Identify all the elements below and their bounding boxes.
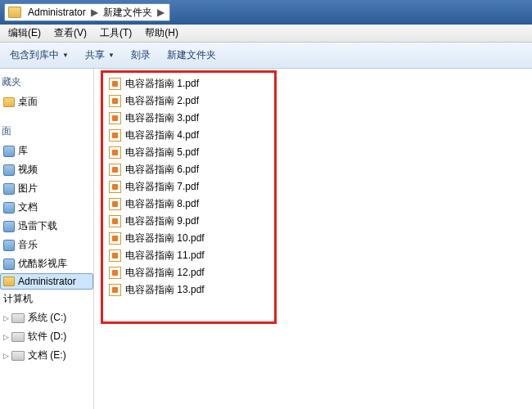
crumb-1[interactable]: 新建文件夹 [100, 6, 156, 20]
pdf-icon [109, 95, 121, 107]
file-item[interactable]: 电容器指南 4.pdf [109, 127, 532, 144]
sidebar-item[interactable]: 音乐 [0, 236, 93, 254]
file-item[interactable]: 电容器指南 9.pdf [109, 213, 532, 230]
file-name: 电容器指南 1.pdf [125, 77, 199, 91]
file-item[interactable]: 电容器指南 12.pdf [109, 264, 532, 281]
file-name: 电容器指南 7.pdf [125, 180, 199, 194]
content-area: 藏夹 桌面 面 库视频图片文档迅雷下载音乐优酷影视库 Administrator… [0, 69, 532, 409]
file-item[interactable]: 电容器指南 1.pdf [109, 75, 532, 92]
file-item[interactable]: 电容器指南 2.pdf [109, 92, 532, 110]
toolbar: 包含到库中▼ 共享▼ 刻录 新建文件夹 [0, 43, 532, 69]
sidebar-item[interactable]: 迅雷下载 [0, 217, 93, 236]
file-name: 电容器指南 8.pdf [125, 197, 199, 211]
sidebar-item-label: 迅雷下载 [18, 219, 57, 233]
drive-label: 系统 (C:) [28, 311, 66, 325]
chevron-down-icon: ▼ [108, 52, 115, 59]
file-name: 电容器指南 11.pdf [125, 249, 205, 263]
file-name: 电容器指南 13.pdf [125, 283, 205, 297]
file-item[interactable]: 电容器指南 8.pdf [109, 196, 532, 213]
sidebar-item-label: 库 [18, 144, 28, 158]
library-icon [3, 240, 15, 251]
file-name: 电容器指南 12.pdf [125, 266, 205, 280]
chevron-right-icon: ▶ [156, 7, 166, 18]
pdf-icon [109, 267, 121, 279]
sidebar-item-label: 视频 [18, 163, 38, 177]
file-item[interactable]: 电容器指南 5.pdf [109, 144, 532, 161]
pdf-icon [109, 129, 121, 142]
file-item[interactable]: 电容器指南 13.pdf [109, 281, 532, 299]
file-item[interactable]: 电容器指南 11.pdf [109, 247, 532, 264]
menu-edit[interactable]: 编辑(E) [2, 26, 47, 40]
library-icon [3, 202, 15, 213]
crumb-0[interactable]: Administrator [25, 7, 89, 18]
new-folder-button[interactable]: 新建文件夹 [159, 48, 224, 62]
file-name: 电容器指南 4.pdf [125, 128, 199, 142]
file-name: 电容器指南 10.pdf [125, 231, 205, 245]
share-label: 共享 [85, 48, 105, 62]
pdf-icon [109, 146, 121, 159]
pdf-icon [109, 181, 121, 193]
burn-button[interactable]: 刻录 [123, 48, 159, 62]
sidebar-item-drive[interactable]: ▷系统 (C:) [0, 308, 93, 327]
drive-icon [11, 332, 25, 342]
sidebar-item[interactable]: 视频 [0, 160, 93, 179]
drive-label: 文档 (E:) [28, 348, 66, 362]
breadcrumb[interactable]: Administrator ▶ 新建文件夹 ▶ [4, 3, 170, 21]
sidebar-item[interactable]: 图片 [0, 179, 93, 198]
user-label: Administrator [18, 276, 76, 287]
address-bar: Administrator ▶ 新建文件夹 ▶ [0, 0, 532, 25]
drive-icon [11, 351, 25, 361]
file-name: 电容器指南 5.pdf [125, 146, 199, 160]
sidebar-item-user[interactable]: Administrator [0, 273, 93, 290]
menu-view[interactable]: 查看(V) [47, 26, 93, 40]
sidebar-item-label: 音乐 [18, 238, 38, 252]
chevron-down-icon: ▼ [62, 52, 69, 59]
file-item[interactable]: 电容器指南 7.pdf [109, 178, 532, 196]
share-button[interactable]: 共享▼ [77, 48, 123, 62]
chevron-right-icon: ▷ [3, 314, 11, 322]
pdf-icon [109, 78, 121, 90]
file-item[interactable]: 电容器指南 3.pdf [109, 110, 532, 127]
menu-tools[interactable]: 工具(T) [93, 26, 138, 40]
drive-label: 软件 (D:) [28, 330, 66, 344]
sidebar-item[interactable]: 文档 [0, 198, 93, 217]
sidebar-item[interactable]: 桌面 [0, 92, 93, 111]
drive-icon [11, 313, 25, 323]
pdf-icon [109, 112, 121, 124]
sidebar-item[interactable]: 优酷影视库 [0, 254, 93, 273]
menu-help[interactable]: 帮助(H) [138, 26, 185, 40]
sidebar-item-label: 优酷影视库 [18, 257, 67, 271]
chevron-right-icon: ▶ [89, 7, 100, 18]
folder-icon [8, 7, 21, 18]
sidebar-item-computer[interactable]: 计算机 [0, 290, 93, 308]
file-name: 电容器指南 3.pdf [125, 111, 199, 125]
file-pane[interactable]: 电容器指南 1.pdf电容器指南 2.pdf电容器指南 3.pdf电容器指南 4… [94, 69, 532, 409]
library-icon [3, 221, 15, 232]
pdf-icon [109, 164, 121, 176]
libraries-header: 面 [0, 121, 93, 142]
sidebar-item-label: 桌面 [18, 95, 38, 109]
chevron-right-icon: ▷ [3, 333, 11, 341]
include-in-library-button[interactable]: 包含到库中▼ [2, 48, 77, 62]
pdf-icon [109, 215, 121, 227]
pdf-icon [109, 198, 121, 210]
favorites-header: 藏夹 [0, 72, 93, 92]
user-folder-icon [3, 276, 15, 286]
library-icon [3, 146, 15, 157]
file-name: 电容器指南 2.pdf [125, 94, 199, 108]
folder-icon [3, 97, 15, 107]
file-item[interactable]: 电容器指南 10.pdf [109, 230, 532, 247]
file-item[interactable]: 电容器指南 6.pdf [109, 161, 532, 178]
file-list: 电容器指南 1.pdf电容器指南 2.pdf电容器指南 3.pdf电容器指南 4… [94, 69, 532, 299]
sidebar-item-drive[interactable]: ▷文档 (E:) [0, 346, 93, 365]
pdf-icon [109, 232, 121, 245]
file-name: 电容器指南 6.pdf [125, 163, 199, 177]
sidebar-item-drive[interactable]: ▷软件 (D:) [0, 327, 93, 346]
sidebar-item-label: 图片 [18, 182, 38, 196]
library-icon [3, 183, 15, 195]
pdf-icon [109, 284, 121, 296]
computer-label: 计算机 [3, 292, 33, 306]
library-icon [3, 258, 15, 270]
sidebar-item[interactable]: 库 [0, 142, 93, 160]
include-label: 包含到库中 [10, 48, 59, 62]
